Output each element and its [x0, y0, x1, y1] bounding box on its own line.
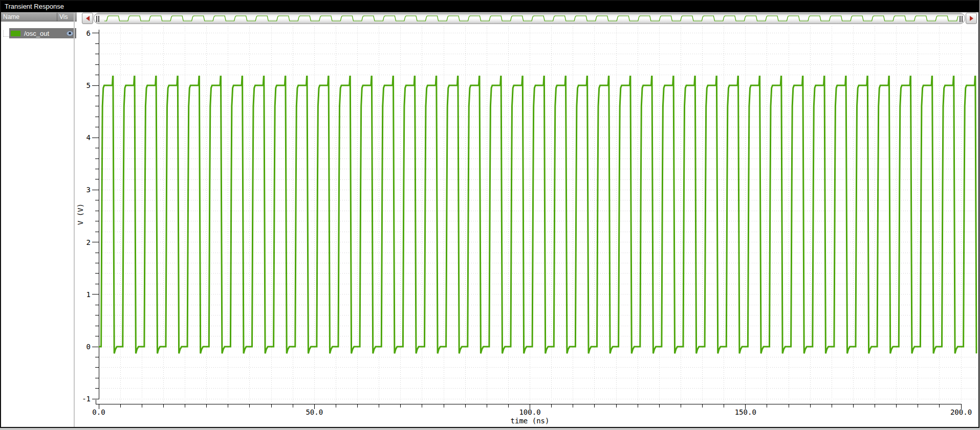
thumb-grip-right[interactable]	[960, 16, 963, 22]
overview-track[interactable]	[94, 13, 965, 24]
x-tick-label: 50.0	[306, 408, 323, 416]
y-axis-title: V (V)	[77, 203, 84, 225]
y-tick-label: 4	[86, 133, 91, 142]
scroll-right-button[interactable]	[966, 13, 977, 24]
overview-waveform	[100, 13, 959, 24]
y-tick-label: 3	[86, 186, 91, 194]
y-tick-label: 5	[86, 81, 91, 89]
right-arrow-icon	[970, 16, 973, 21]
window-body: Transient Response Name Vis /osc_out	[0, 0, 979, 428]
visibility-eye-icon[interactable]	[67, 31, 73, 36]
column-header-name[interactable]: Name	[1, 13, 57, 21]
waveform-viewer-window: Transient Response Name Vis /osc_out	[0, 0, 980, 430]
x-tick-label: 150.0	[735, 408, 756, 416]
osc-out-trace	[99, 77, 976, 354]
signal-panel-header: Name Vis	[1, 12, 77, 21]
signal-name: /osc_out	[24, 30, 67, 37]
scroll-left-button[interactable]	[82, 13, 93, 24]
y-tick-label: 6	[86, 29, 91, 37]
y-tick-label: -1	[82, 395, 91, 403]
signal-panel: Name Vis /osc_out	[1, 12, 77, 427]
overview-scrollbar[interactable]	[82, 13, 977, 24]
window-title: Transient Response	[5, 3, 64, 10]
thumb-grip-left[interactable]	[96, 16, 99, 22]
x-axis-title: time (ns)	[511, 417, 550, 425]
x-tick-label: 0.0	[92, 408, 105, 416]
overview-trace	[104, 16, 959, 21]
y-tick-label: 1	[86, 290, 91, 299]
y-tick-label: 0	[86, 343, 91, 351]
x-tick-label: 200.0	[950, 408, 972, 416]
x-tick-label: 100.0	[519, 408, 540, 416]
title-bar: Transient Response	[1, 1, 978, 12]
tree-branch-icon	[3, 30, 9, 37]
panel-splitter[interactable]	[74, 12, 75, 427]
left-arrow-icon	[86, 16, 90, 21]
signal-color-swatch[interactable]	[11, 31, 20, 36]
signal-row[interactable]: /osc_out	[1, 28, 77, 38]
signal-row-selection[interactable]: /osc_out	[9, 28, 76, 38]
y-tick-label: 2	[86, 238, 91, 246]
waveform-chart[interactable]: -101234560.050.0100.0150.0200.0time (ns)…	[77, 12, 978, 427]
